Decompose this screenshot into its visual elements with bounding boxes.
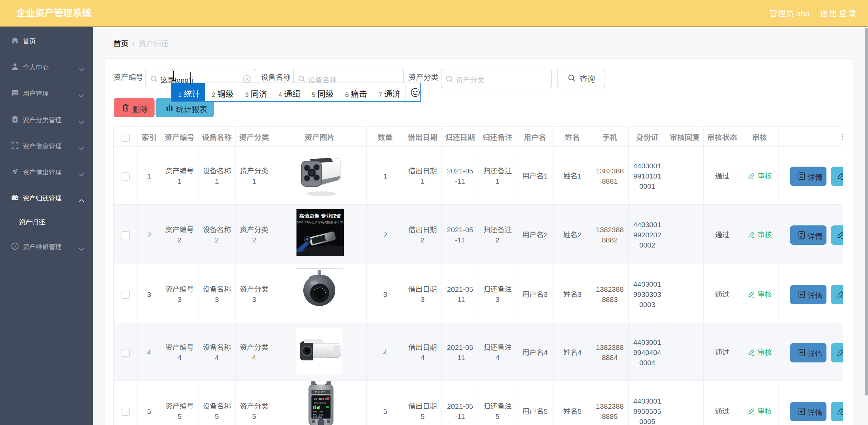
svg-text:MP3 320: MP3 320 [313,413,323,416]
svg-text:00:00:06: 00:00:06 [314,397,328,401]
svg-text:HIKVISION: HIKVISION [327,356,339,359]
svg-text:30:08:16: 30:08:16 [314,401,327,404]
svg-text:REC 96k: REC 96k [313,410,323,413]
svg-text:PHILIPS: PHILIPS [315,391,325,394]
svg-text:RECORD: RECORD [313,416,322,419]
